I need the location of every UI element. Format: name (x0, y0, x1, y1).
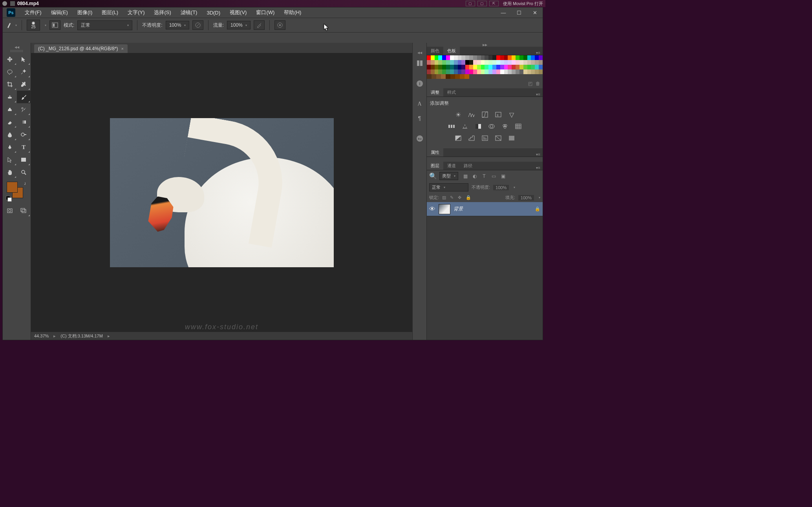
fill-chev-icon[interactable]: ▾ (539, 196, 540, 199)
tab-channels[interactable]: 通道 (443, 162, 460, 170)
swatch-cell[interactable] (454, 69, 458, 74)
healing-brush-tool[interactable] (3, 91, 17, 103)
swatch-cell[interactable] (539, 65, 543, 69)
layer-list[interactable]: 👁 背景 🔒 (427, 202, 543, 340)
swatches-menu-icon[interactable]: ▾≡ (534, 51, 543, 55)
vibrance-icon[interactable]: ▽ (507, 110, 516, 119)
swatch-cell[interactable] (446, 69, 450, 74)
swatch-cell[interactable] (535, 65, 539, 69)
swatch-cell[interactable] (454, 65, 458, 69)
swatch-cell[interactable] (465, 55, 469, 60)
doc-info[interactable]: (C) 文档:3.13M/4.17M (60, 333, 103, 339)
layer-filter-search-icon[interactable]: 🔍 (429, 172, 437, 180)
airbrush-toggle[interactable] (254, 20, 265, 30)
tool-preset-icon[interactable]: ▾ (6, 20, 17, 31)
swatch-cell[interactable] (527, 69, 531, 74)
swatch-cell[interactable] (508, 60, 512, 65)
tab-color[interactable]: 颜色 (427, 47, 443, 55)
swatch-cell[interactable] (535, 55, 539, 60)
swatch-cell[interactable] (442, 65, 446, 69)
swatch-cell[interactable] (500, 65, 504, 69)
swatch-cell[interactable] (516, 55, 519, 60)
opacity-pressure-toggle[interactable] (192, 20, 203, 30)
layer-thumbnail[interactable] (439, 204, 450, 214)
swatch-cell[interactable] (508, 65, 512, 69)
swatch-cell[interactable] (504, 60, 508, 65)
panels-collapse-icon[interactable]: ▶▶ (427, 43, 543, 47)
photo-filter-icon[interactable] (487, 122, 496, 131)
menu-image[interactable]: 图像(I) (73, 7, 97, 18)
swatch-cell[interactable] (450, 69, 454, 74)
swatch-cell[interactable] (477, 65, 481, 69)
swatch-cell[interactable] (519, 69, 523, 74)
swatch-cell[interactable] (539, 69, 543, 74)
exposure-icon[interactable]: ± (494, 110, 503, 119)
swatch-cell[interactable] (427, 60, 431, 65)
dodge-tool[interactable] (17, 128, 31, 141)
swatch-cell[interactable] (523, 55, 527, 60)
gradient-tool[interactable] (17, 116, 31, 128)
eraser-tool[interactable] (3, 116, 17, 128)
os-btn-2[interactable]: ▢ (477, 1, 487, 6)
filter-smart-icon[interactable]: ▣ (500, 173, 506, 179)
tab-adjustments[interactable]: 调整 (427, 88, 443, 97)
swatch-cell[interactable] (441, 74, 446, 79)
swatch-cell[interactable] (512, 60, 516, 65)
brightness-icon[interactable]: ☀ (454, 110, 463, 119)
swatch-cell[interactable] (504, 65, 508, 69)
swatch-cell[interactable] (435, 60, 439, 65)
swatch-cell[interactable] (488, 69, 492, 74)
swatch-cell[interactable] (477, 69, 481, 74)
layer-fill-value[interactable]: 100% (518, 195, 534, 201)
menu-file[interactable]: 文件(F) (20, 7, 46, 18)
layer-blend-mode[interactable]: 正常▾ (429, 183, 468, 191)
brush-panel-toggle[interactable] (49, 20, 60, 30)
strip-info-icon[interactable]: i (413, 77, 426, 90)
lock-all-icon[interactable]: 🔒 (466, 195, 471, 201)
layer-locked-icon[interactable]: 🔒 (535, 206, 540, 212)
brush-preset-picker[interactable]: 25 (27, 20, 40, 31)
status-chevron-icon[interactable]: ▸ (108, 334, 110, 339)
lock-pixels-icon[interactable]: ✎ (450, 195, 455, 201)
swatch-cell[interactable] (492, 55, 496, 60)
strip-kuler-icon[interactable]: ku (413, 132, 426, 145)
swatch-cell[interactable] (458, 65, 462, 69)
swatch-cell[interactable] (519, 55, 523, 60)
size-pressure-toggle[interactable] (274, 20, 285, 30)
hue-icon[interactable] (447, 122, 456, 131)
adjust-menu-icon[interactable]: ▾≡ (534, 92, 543, 97)
canvas[interactable]: www.fox-studio.net (31, 53, 412, 332)
tab-paths[interactable]: 路径 (460, 162, 476, 170)
history-brush-tool[interactable] (17, 103, 31, 116)
swatch-cell[interactable] (461, 69, 465, 74)
swatch-cell[interactable] (496, 69, 500, 74)
swatch-cell[interactable] (488, 55, 492, 60)
swatch-cell[interactable] (469, 55, 473, 60)
status-arrow-icon[interactable]: ▸ (53, 334, 56, 339)
swatch-cell[interactable] (427, 55, 431, 60)
type-tool[interactable]: T (17, 141, 31, 153)
swatch-cell[interactable] (488, 60, 492, 65)
close-button[interactable]: ✕ (527, 7, 543, 18)
strip-paragraph-icon[interactable]: ¶ (413, 112, 426, 124)
swatch-cell[interactable] (496, 65, 500, 69)
tab-swatches[interactable]: 色板 (443, 47, 460, 55)
swatch-cell[interactable] (431, 55, 435, 60)
swatch-cell[interactable] (492, 65, 496, 69)
swatch-cell[interactable] (450, 55, 454, 60)
swatch-cell[interactable] (512, 69, 516, 74)
flow-input[interactable]: 100%▾ (227, 21, 251, 29)
swatch-cell[interactable] (438, 65, 442, 69)
layer-filter-type[interactable]: 类型▾ (439, 172, 458, 180)
menu-type[interactable]: 文字(Y) (123, 7, 149, 18)
swatch-cell[interactable] (460, 74, 465, 79)
swatch-cell[interactable] (488, 65, 492, 69)
path-select-tool[interactable] (17, 53, 31, 66)
swatch-cell[interactable] (485, 60, 488, 65)
hand-tool[interactable] (3, 166, 17, 179)
strip-icon-1[interactable] (413, 57, 426, 69)
menu-edit[interactable]: 编辑(E) (46, 7, 73, 18)
swatch-cell[interactable] (450, 60, 454, 65)
swatch-cell[interactable] (481, 69, 485, 74)
swatch-cell[interactable] (531, 60, 535, 65)
